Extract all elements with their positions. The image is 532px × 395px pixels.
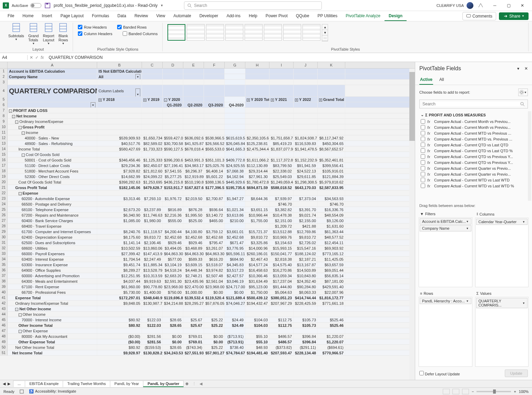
- row-header[interactable]: 12: [0, 135, 8, 141]
- cell[interactable]: $116,539.83: [294, 141, 318, 146]
- cell[interactable]: $1,816,172.77: [318, 295, 345, 300]
- cell[interactable]: [225, 201, 245, 207]
- cell[interactable]: $3,974.82: [204, 268, 225, 273]
- cell[interactable]: [269, 69, 294, 74]
- cell[interactable]: $130,987.78: [142, 301, 163, 306]
- ribbon-tab-pivottable-analyze[interactable]: PivotTable Analyze: [341, 11, 385, 21]
- title-cell[interactable]: QUARTERLY COMPARISON: [8, 85, 97, 97]
- cell[interactable]: $10,502.59: [97, 246, 142, 251]
- cell[interactable]: $24,925.55: [225, 163, 245, 168]
- cell[interactable]: $589.33: [183, 257, 204, 262]
- vertical-scrollbar[interactable]: [409, 69, 415, 380]
- cell[interactable]: Income Total: [8, 146, 97, 152]
- cell[interactable]: $445,929.67: [225, 179, 245, 185]
- cell[interactable]: $9,810.72: [142, 235, 163, 240]
- cell[interactable]: $1,152,232.94: [294, 157, 318, 163]
- cell[interactable]: $74,784.67: [225, 350, 245, 355]
- ribbon-tab-insert[interactable]: Insert: [38, 11, 56, 21]
- cell[interactable]: $13,512.88: [269, 229, 294, 234]
- cell[interactable]: $4,518.24: [163, 268, 183, 273]
- row-header[interactable]: 27: [0, 218, 8, 223]
- cell[interactable]: $816.89: [163, 207, 183, 212]
- zoom-level[interactable]: 100%: [519, 389, 529, 394]
- cell[interactable]: $380,051.23: [269, 295, 294, 300]
- sheet-tab--[interactable]: ...: [13, 381, 25, 387]
- cell[interactable]: $2,818.38: [269, 257, 294, 262]
- cell[interactable]: $396.84: [294, 339, 318, 344]
- cell[interactable]: $28.65: [163, 323, 183, 328]
- cell[interactable]: $31,634.49: [245, 279, 269, 284]
- cell[interactable]: -Other Income: [8, 312, 97, 317]
- cell[interactable]: 60000 · Advertising and Promotion: [8, 273, 97, 278]
- cell[interactable]: $15,721.37: [245, 229, 269, 234]
- cell[interactable]: [97, 306, 142, 311]
- cell[interactable]: $525.00: [183, 218, 204, 223]
- cell[interactable]: [225, 306, 245, 311]
- cell[interactable]: Expense Total: [8, 295, 97, 300]
- cell[interactable]: +Y 2022: [294, 97, 318, 102]
- view-page-break-button[interactable]: [462, 389, 469, 394]
- ribbon-tab-review[interactable]: Review: [130, 11, 152, 21]
- cell[interactable]: [318, 80, 345, 85]
- cell[interactable]: $641,665.35: [225, 146, 245, 152]
- cell[interactable]: $24,522.13: [294, 168, 318, 174]
- cell[interactable]: $57,876.05: [204, 301, 225, 306]
- cell[interactable]: $105.73: [294, 323, 318, 328]
- row-header[interactable]: 34: [0, 257, 8, 262]
- cell[interactable]: [225, 113, 245, 118]
- field-item[interactable]: fxCompare Actual - Current QTD vs Previo…: [419, 154, 528, 159]
- ribbon-button-subtotals[interactable]: Subtotals▼: [8, 23, 24, 45]
- cell[interactable]: [142, 74, 163, 79]
- field-item[interactable]: fxCompare Actual - Current Quarter vs Pr…: [419, 171, 528, 177]
- cell[interactable]: $82,450.07: [142, 163, 163, 168]
- cell[interactable]: $87,181.00: [318, 279, 345, 284]
- column-header-D[interactable]: D: [163, 62, 183, 68]
- row-header[interactable]: 50: [0, 345, 8, 350]
- cell[interactable]: $83,799.50: [269, 163, 294, 168]
- cell[interactable]: 70000 · Interest Income: [8, 317, 97, 322]
- cell[interactable]: $228,425.59: [294, 301, 318, 306]
- cell[interactable]: $7,939.97: [269, 196, 294, 201]
- cell[interactable]: $1,650,734.92: [142, 135, 163, 141]
- row-header[interactable]: 15: [0, 152, 8, 157]
- cell[interactable]: $1,837,077.96: [269, 146, 294, 152]
- cell[interactable]: $3,494.05: [163, 246, 183, 251]
- cell[interactable]: $3,140.72: [204, 212, 225, 218]
- cell[interactable]: [269, 108, 294, 113]
- cell[interactable]: $4,345.83: [225, 262, 245, 267]
- cell[interactable]: $3,104.19: [163, 262, 183, 267]
- ribbon-tab-home[interactable]: Home: [18, 11, 38, 21]
- cell[interactable]: $105,916.01: [318, 168, 345, 174]
- cell[interactable]: $429,591.40: [318, 284, 345, 289]
- cell[interactable]: [97, 328, 142, 333]
- cell[interactable]: $636,092.60: [183, 135, 204, 141]
- cell[interactable]: $409,772.80: [225, 157, 245, 163]
- ribbon-tab-data[interactable]: Data: [113, 11, 130, 21]
- cell[interactable]: $1,780,472.85: [245, 179, 269, 185]
- cell[interactable]: -Other Expense: [8, 328, 97, 333]
- cell[interactable]: $12,919.89: [183, 174, 204, 179]
- cell[interactable]: $615,619.51: [225, 135, 245, 141]
- cell[interactable]: [8, 80, 97, 85]
- cell[interactable]: 50001 · Cost of Goods Sold: [8, 157, 97, 163]
- cell[interactable]: [163, 306, 183, 311]
- row-header[interactable]: 5: [0, 97, 8, 102]
- cell[interactable]: [97, 124, 142, 129]
- cell[interactable]: $85,419.23: [269, 141, 294, 146]
- cell[interactable]: $2,452.68: [225, 235, 245, 240]
- cell[interactable]: $746.70: [318, 201, 345, 207]
- cell[interactable]: [142, 102, 163, 107]
- cell[interactable]: $21,812.60: [142, 168, 163, 174]
- cancel-icon[interactable]: ✕: [30, 55, 33, 60]
- cell[interactable]: [245, 113, 269, 118]
- field-item[interactable]: fxCompare Actual - Current Month vs Prev…: [419, 124, 528, 130]
- cell[interactable]: $41,925.87: [183, 141, 204, 146]
- cell[interactable]: $24,352.40: [294, 279, 318, 284]
- style-swatch[interactable]: [245, 24, 263, 41]
- cell[interactable]: 63300 · Insurance Expense: [8, 262, 97, 267]
- cell[interactable]: $616.20: [204, 257, 225, 262]
- cell[interactable]: [294, 201, 318, 207]
- row-header[interactable]: 51: [0, 350, 8, 355]
- cell[interactable]: $80.92: [97, 323, 142, 328]
- cell[interactable]: $80.92: [97, 317, 142, 322]
